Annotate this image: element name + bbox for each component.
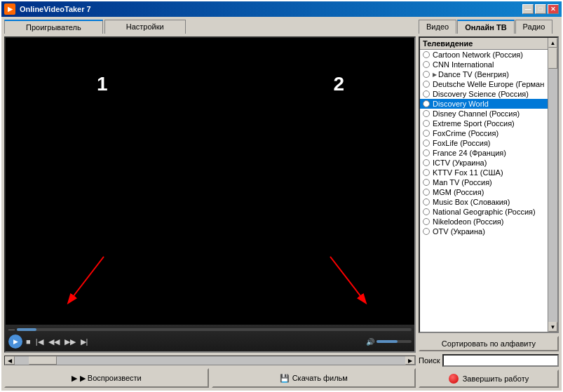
channel-dot: [423, 218, 430, 225]
tab-video[interactable]: Видео: [419, 20, 456, 34]
channel-name: Deutsche Welle Europe (Герман: [433, 80, 544, 88]
channel-name: MGM (Россия): [433, 188, 484, 196]
channel-dot: [423, 228, 430, 235]
search-input[interactable]: [442, 354, 559, 367]
search-label: Поиск: [419, 356, 440, 365]
scroll-track[interactable]: [15, 356, 405, 365]
channel-dot: [423, 198, 430, 205]
channel-item[interactable]: Disney Channel (Россия): [420, 109, 557, 119]
scroll-up-button[interactable]: ▲: [548, 38, 557, 48]
channel-dot: [423, 61, 430, 68]
stop-button[interactable]: ■: [25, 338, 32, 346]
channel-item[interactable]: National Geographic (Россия): [420, 207, 557, 217]
channel-item[interactable]: ▶Dance TV (Венгрия): [420, 69, 557, 79]
channel-dot: [423, 81, 430, 88]
rewind-button[interactable]: ◀◀: [47, 338, 61, 346]
tab-player[interactable]: Проигрыватель: [4, 20, 103, 34]
progress-row: —: [8, 326, 412, 333]
scroll-left-button[interactable]: ◀: [5, 356, 15, 365]
channel-name: Dance TV (Венгрия): [438, 70, 509, 79]
channel-item[interactable]: Extreme Sport (Россия): [420, 119, 557, 128]
channel-scrollbar[interactable]: ▲ ▼: [548, 38, 557, 332]
tab-radio[interactable]: Радио: [515, 20, 553, 34]
channel-item[interactable]: OTV (Украина): [420, 227, 557, 236]
channel-item[interactable]: Nikelodeon (Россия): [420, 217, 557, 227]
play-button[interactable]: ▶: [8, 334, 22, 349]
download-label: Скачать фильм: [292, 374, 348, 382]
channel-item[interactable]: FoxCrime (Россия): [420, 128, 557, 138]
channel-name: National Geographic (Россия): [433, 208, 536, 216]
download-icon: 💾: [280, 374, 290, 383]
volume-fill: [377, 340, 398, 343]
tab-online-tv[interactable]: Онлайн ТВ: [457, 20, 514, 34]
channel-item[interactable]: Deutsche Welle Europe (Герман: [420, 79, 557, 89]
progress-start-icon: —: [8, 326, 15, 333]
channel-dot: [423, 208, 430, 215]
controls-bar: — ▶ ■ |◀ ◀◀ ▶▶ ▶|: [6, 325, 414, 351]
channel-name: Nikelodeon (Россия): [433, 217, 504, 226]
channel-item[interactable]: Man TV (Россия): [420, 177, 557, 187]
channel-item[interactable]: FoxLife (Россия): [420, 138, 557, 148]
channel-item[interactable]: Discovery Science (Россия): [420, 89, 557, 99]
download-button[interactable]: 💾 Скачать фильм: [212, 368, 416, 388]
left-tabs: Проигрыватель Настройки: [4, 20, 416, 34]
app-icon: ▶: [4, 4, 15, 15]
channel-name: France 24 (Франция): [433, 149, 506, 157]
channel-dot: [423, 189, 430, 196]
maximize-button[interactable]: □: [535, 4, 546, 14]
channel-name: FoxCrime (Россия): [433, 129, 498, 137]
scroll-down-button[interactable]: ▼: [548, 322, 557, 332]
scroll-thumb[interactable]: [29, 356, 57, 365]
scroll-right-button[interactable]: ▶: [405, 356, 415, 365]
scroll-thumb-v[interactable]: [548, 48, 557, 69]
channel-dot: [423, 169, 430, 176]
channel-dot: [423, 149, 430, 156]
annotation-2: 2: [333, 73, 344, 95]
right-tabs: Видео Онлайн ТВ Радио: [419, 20, 559, 34]
sort-button[interactable]: Сортировать по алфавиту: [419, 336, 559, 351]
volume-slider[interactable]: [377, 340, 412, 343]
play-button-main[interactable]: ▶ ▶ Воспроизвести: [4, 368, 209, 388]
channel-name: Cartoon Network (Россия): [433, 50, 523, 59]
scroll-track-v[interactable]: [548, 48, 557, 322]
title-buttons: — □ ✕: [522, 4, 559, 14]
channel-item[interactable]: ICTV (Украина): [420, 158, 557, 168]
channel-name: Discovery Science (Россия): [433, 90, 529, 98]
channel-item[interactable]: KTTV Fox 11 (США): [420, 168, 557, 177]
channel-item[interactable]: Discovery World: [420, 99, 557, 109]
channel-dot: [423, 130, 430, 137]
channel-list: Cartoon Network (Россия)CNN Internationa…: [420, 50, 557, 332]
channel-name: OTV (Украина): [433, 227, 485, 236]
channel-item[interactable]: Cartoon Network (Россия): [420, 50, 557, 60]
annotation-1: 1: [97, 73, 108, 95]
bottom-buttons: ▶ ▶ Воспроизвести 💾 Скачать фильм: [4, 368, 416, 388]
channel-name: FoxLife (Россия): [433, 139, 491, 147]
tab-settings[interactable]: Настройки: [104, 20, 186, 34]
channel-dot: [423, 110, 430, 117]
finish-button[interactable]: Завершить работу: [419, 370, 559, 388]
channel-dot: [423, 71, 430, 78]
channel-item[interactable]: Music Box (Словакия): [420, 197, 557, 207]
channel-name: KTTV Fox 11 (США): [433, 168, 503, 177]
close-button[interactable]: ✕: [548, 4, 559, 14]
player-area: 1 2: [4, 36, 416, 353]
minimize-button[interactable]: —: [522, 4, 534, 14]
channel-list-header: Телевидение: [420, 38, 557, 50]
channel-item[interactable]: CNN International: [420, 60, 557, 69]
main-content: Проигрыватель Настройки 1 2: [1, 17, 562, 391]
channel-list-wrapper: Телевидение Cartoon Network (Россия)CNN …: [419, 36, 559, 333]
channel-dot: [423, 159, 430, 166]
channel-name: Music Box (Словакия): [433, 198, 510, 206]
play-label: ▶ Воспроизвести: [80, 374, 142, 383]
forward-button[interactable]: ▶▶: [63, 338, 77, 346]
finish-label: Завершить работу: [463, 374, 529, 383]
channel-dot: [423, 100, 430, 107]
player-inner: 1 2: [6, 38, 414, 351]
next-button[interactable]: ▶|: [79, 338, 90, 346]
progress-bar[interactable]: [17, 328, 412, 331]
channel-item[interactable]: France 24 (Франция): [420, 148, 557, 158]
channel-item[interactable]: MGM (Россия): [420, 187, 557, 197]
horizontal-scrollbar[interactable]: ◀ ▶: [4, 356, 416, 365]
prev-button[interactable]: |◀: [34, 338, 45, 346]
channel-name: ICTV (Украина): [433, 158, 487, 167]
